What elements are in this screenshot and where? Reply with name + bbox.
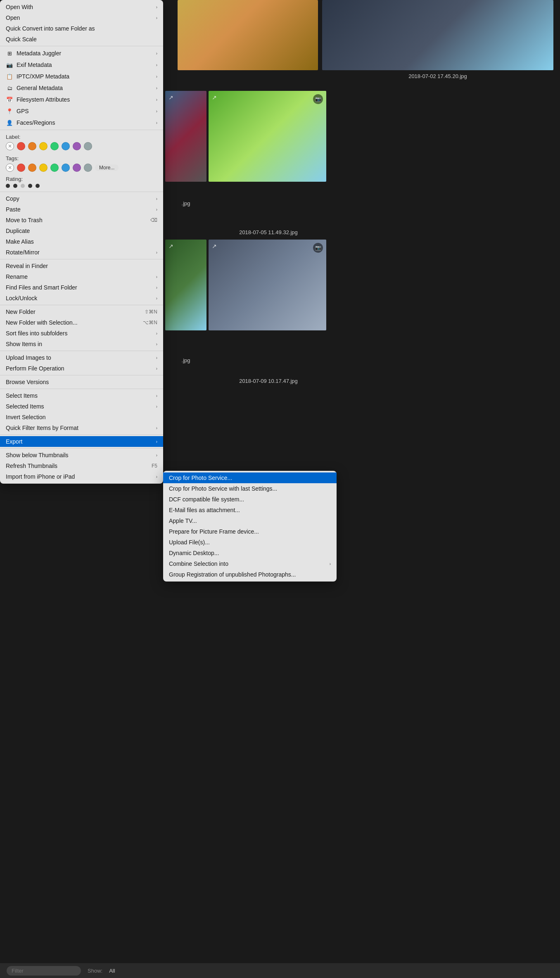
tags-yellow-dot[interactable] [39, 164, 47, 172]
label-red-dot[interactable] [17, 142, 25, 150]
filter-input[interactable] [7, 966, 81, 976]
menu-label-browse-versions: Browse Versions [6, 379, 157, 385]
rating-dot-1[interactable] [6, 184, 10, 188]
menu-item-find-files[interactable]: Find Files and Smart Folder › [0, 282, 163, 293]
photo-thumb-desert[interactable] [178, 0, 318, 70]
tags-orange-dot[interactable] [28, 164, 36, 172]
menu-item-browse-versions[interactable]: Browse Versions [0, 377, 163, 387]
menu-label-general-meta: General Metadata [17, 85, 63, 91]
photo-thumb-rail[interactable] [322, 0, 553, 70]
submenu-item-upload-files[interactable]: Upload File(s)... [163, 537, 337, 548]
menu-item-show-items-in[interactable]: Show Items in › [0, 339, 163, 349]
label-purple-dot[interactable] [73, 142, 81, 150]
submenu-item-group-registration[interactable]: Group Registration of unpublished Photog… [163, 569, 337, 580]
menu-item-quick-scale[interactable]: Quick Scale [0, 34, 163, 45]
menu-item-faces[interactable]: 👤 Faces/Regions › [0, 117, 163, 128]
chevron-general-meta: › [156, 86, 157, 90]
chevron-perform-file-op: › [156, 366, 157, 371]
tags-blue-dot[interactable] [62, 164, 70, 172]
menu-label-quick-filter: Quick Filter Items by Format [6, 425, 153, 431]
menu-item-reveal-finder[interactable]: Reveal in Finder [0, 261, 163, 271]
submenu-item-combine-selection[interactable]: Combine Selection into › [163, 558, 337, 569]
menu-item-perform-file-op[interactable]: Perform File Operation › [0, 363, 163, 374]
menu-item-metadata-juggler[interactable]: ⊞ Metadata Juggler › [0, 47, 163, 59]
menu-item-rename[interactable]: Rename › [0, 271, 163, 282]
photo-label-park: .jpg [165, 357, 206, 363]
shortcut-new-folder: ⇧⌘N [145, 309, 157, 315]
menu-label-rename: Rename [6, 273, 153, 280]
menu-item-refresh-thumbnails[interactable]: Refresh Thumbnails F5 [0, 461, 163, 471]
submenu-item-dynamic-desktop[interactable]: Dynamic Desktop... [163, 548, 337, 558]
label-cancel-dot[interactable]: ✕ [6, 142, 14, 150]
menu-label-copy: Copy [6, 195, 153, 202]
menu-label-new-folder-selection: New Folder with Selection... [6, 319, 135, 326]
menu-item-open-with[interactable]: Open With › [0, 2, 163, 12]
menu-item-make-alias[interactable]: Make Alias [0, 236, 163, 247]
label-yellow-dot[interactable] [39, 142, 47, 150]
menu-item-show-below-thumbnails[interactable]: Show below Thumbnails › [0, 450, 163, 461]
menu-item-selected-items[interactable]: Selected Items › [0, 401, 163, 412]
menu-item-quick-convert[interactable]: Quick Convert into same Folder as [0, 23, 163, 34]
menu-label-faces: Faces/Regions [17, 119, 55, 126]
rating-dot-3[interactable] [21, 184, 25, 188]
chevron-quick-filter: › [156, 426, 157, 430]
submenu-item-dcf[interactable]: DCF compatible file system... [163, 494, 337, 505]
tags-title: Tags: [6, 155, 157, 161]
photo-thumb-castle[interactable]: ↗ 📷 [209, 240, 326, 330]
submenu-item-crop-photo-service[interactable]: Crop for Photo Service... [163, 472, 337, 483]
tags-purple-dot[interactable] [73, 164, 81, 172]
menu-label-exif: Exif Metadata [17, 62, 52, 68]
export-submenu: Crop for Photo Service... Crop for Photo… [163, 471, 337, 582]
photo-label-bridge: .jpg [165, 200, 206, 207]
menu-item-iptc[interactable]: 📋 IPTC/XMP Metadata › [0, 71, 163, 82]
photo-thumb-field[interactable]: ↗ 📷 [209, 91, 326, 182]
rating-dot-2[interactable] [13, 184, 17, 188]
tags-more-button[interactable]: More... [95, 164, 119, 171]
tags-gray-dot[interactable] [84, 164, 92, 172]
menu-item-duplicate[interactable]: Duplicate [0, 226, 163, 236]
menu-label-quick-convert: Quick Convert into same Folder as [6, 25, 157, 32]
menu-label-iptc: IPTC/XMP Metadata [17, 73, 69, 80]
tags-green-dot[interactable] [50, 164, 59, 172]
menu-label-open-with: Open With [6, 4, 153, 10]
menu-item-paste[interactable]: Paste › [0, 204, 163, 215]
menu-item-gps[interactable]: 📍 GPS › [0, 105, 163, 117]
label-green-dot[interactable] [50, 142, 59, 150]
submenu-item-apple-tv[interactable]: Apple TV... [163, 515, 337, 526]
menu-item-quick-filter[interactable]: Quick Filter Items by Format › [0, 423, 163, 433]
menu-label-export: Export [6, 438, 153, 445]
menu-item-copy[interactable]: Copy › [0, 193, 163, 204]
menu-item-general-meta[interactable]: 🗂 General Metadata › [0, 82, 163, 94]
rating-dot-4[interactable] [28, 184, 32, 188]
menu-item-invert-selection[interactable]: Invert Selection [0, 412, 163, 423]
photo-thumb-bridge[interactable]: ↗ [165, 91, 206, 182]
submenu-label-apple-tv: Apple TV... [169, 517, 331, 524]
menu-item-export[interactable]: Export › [0, 436, 163, 447]
submenu-label-crop-photo-service: Crop for Photo Service... [169, 475, 331, 481]
photo-thumb-park[interactable]: ↗ [165, 240, 206, 330]
tags-cancel-dot[interactable]: ✕ [6, 164, 14, 172]
menu-item-sort-subfolders[interactable]: Sort files into subfolders › [0, 328, 163, 339]
menu-item-new-folder[interactable]: New Folder ⇧⌘N [0, 306, 163, 317]
tags-color-dots: ✕ More... [6, 164, 157, 172]
rating-dot-5[interactable] [36, 184, 40, 188]
menu-item-lock-unlock[interactable]: Lock/Unlock › [0, 293, 163, 304]
submenu-item-crop-last-settings[interactable]: Crop for Photo Service with last Setting… [163, 483, 337, 494]
menu-item-upload-images[interactable]: Upload Images to › [0, 352, 163, 363]
menu-item-new-folder-selection[interactable]: New Folder with Selection... ⌥⌘N [0, 317, 163, 328]
label-gray-dot[interactable] [84, 142, 92, 150]
menu-item-filesystem[interactable]: 📅 Filesystem Attributes › [0, 94, 163, 105]
menu-item-import-iphone[interactable]: Import from iPhone or iPad › [0, 471, 163, 482]
menu-item-move-trash[interactable]: Move to Trash ⌫ [0, 215, 163, 226]
menu-item-open[interactable]: Open › [0, 12, 163, 23]
submenu-item-email[interactable]: E-Mail files as attachment... [163, 505, 337, 515]
label-blue-dot[interactable] [62, 142, 70, 150]
submenu-label-dcf: DCF compatible file system... [169, 496, 331, 503]
menu-item-exif[interactable]: 📷 Exif Metadata › [0, 59, 163, 71]
submenu-item-picture-frame[interactable]: Prepare for Picture Frame device... [163, 526, 337, 537]
chevron-filesystem: › [156, 97, 157, 102]
label-orange-dot[interactable] [28, 142, 36, 150]
tags-red-dot[interactable] [17, 164, 25, 172]
menu-item-select-items[interactable]: Select Items › [0, 390, 163, 401]
menu-item-rotate[interactable]: Rotate/Mirror › [0, 247, 163, 258]
